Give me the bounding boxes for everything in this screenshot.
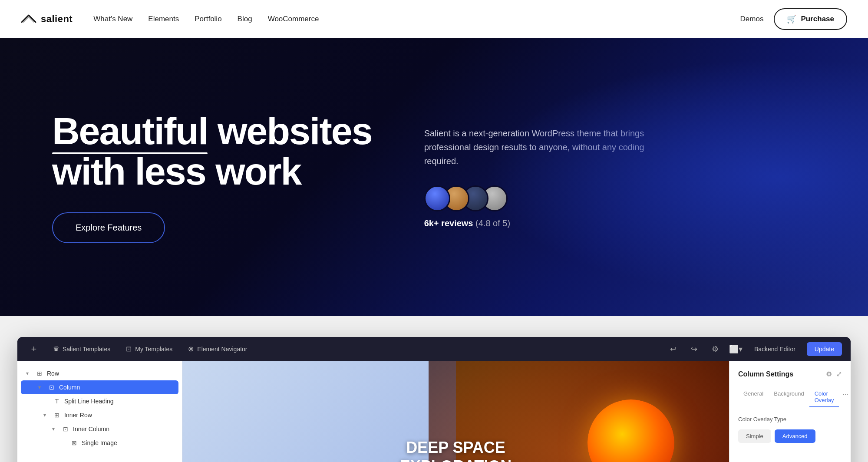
tree-item-inner-row[interactable]: ▾ ⊞ Inner Row bbox=[17, 408, 182, 422]
reviews-count: 6k+ reviews bbox=[424, 218, 473, 228]
purchase-label: Purchase bbox=[801, 15, 834, 23]
tree-item-inner-column[interactable]: ▾ ⊡ Inner Column bbox=[17, 422, 182, 436]
cart-icon: 🛒 bbox=[787, 14, 796, 24]
element-navigator-label: Element Navigator bbox=[197, 346, 247, 353]
nav-elements[interactable]: Elements bbox=[148, 15, 179, 23]
avatars-row bbox=[424, 185, 816, 211]
tree-icon-image: ⊠ bbox=[70, 439, 78, 446]
editor-window: + ♛ Salient Templates ⊡ My Templates ⊗ E… bbox=[17, 337, 851, 462]
toolbar-actions: ↩ ↪ ⚙ ⬜▾ Backend Editor Update bbox=[667, 342, 842, 356]
nav-blog[interactable]: Blog bbox=[238, 15, 252, 23]
explore-features-button[interactable]: Explore Features bbox=[52, 212, 165, 243]
tree-arrow-inner-column: ▾ bbox=[52, 426, 58, 432]
tree-icon-inner-column: ⊡ bbox=[62, 426, 69, 432]
undo-button[interactable]: ↩ bbox=[667, 342, 680, 356]
tree-arrow-column: ▾ bbox=[38, 384, 44, 390]
tree-label-inner-column: Inner Column bbox=[73, 426, 173, 432]
tree-item-row[interactable]: ▾ ⊞ Row bbox=[17, 366, 182, 380]
my-templates-icon: ⊡ bbox=[126, 345, 132, 353]
salient-templates-label: Salient Templates bbox=[63, 346, 110, 353]
navbar-left: salient What's New Elements Portfolio Bl… bbox=[21, 13, 319, 25]
demos-link[interactable]: Demos bbox=[740, 15, 764, 23]
settings-tab-general[interactable]: General bbox=[738, 387, 769, 407]
canvas-title: DEEP SPACE EXPLORATION bbox=[400, 438, 512, 462]
editor-canvas: DEEP SPACE EXPLORATION bbox=[182, 361, 729, 462]
nav-links: What's New Elements Portfolio Blog WooCo… bbox=[93, 15, 319, 23]
settings-tab-more[interactable]: ··· bbox=[839, 387, 851, 407]
tree-item-single-image[interactable]: ⊠ Single Image bbox=[17, 436, 182, 450]
hero-left: Beautiful websites with less work Explor… bbox=[52, 111, 372, 243]
settings-tab-color-overlay[interactable]: Color Overlay bbox=[809, 387, 839, 407]
hero-title-beautiful: Beautiful bbox=[52, 111, 208, 151]
editor-preview: + ♛ Salient Templates ⊡ My Templates ⊗ E… bbox=[0, 316, 868, 462]
tree-arrow-inner-row: ▾ bbox=[43, 412, 50, 418]
settings-section-title: Color Overlay Type bbox=[738, 416, 842, 422]
my-templates-label: My Templates bbox=[135, 346, 172, 353]
settings-button[interactable]: ⚙ bbox=[708, 342, 722, 356]
reviews-text: 6k+ reviews (4.8 of 5) bbox=[424, 218, 816, 228]
settings-gear-icon[interactable]: ⚙ bbox=[826, 370, 832, 378]
tree-label-column: Column bbox=[59, 384, 170, 391]
option-advanced[interactable]: Advanced bbox=[775, 429, 815, 443]
tree-icon-split: T bbox=[53, 398, 61, 405]
settings-title-text: Column Settings bbox=[738, 370, 793, 378]
settings-title-icons: ⚙ ⤢ bbox=[826, 370, 842, 378]
element-navigator-tab[interactable]: ⊗ Element Navigator bbox=[180, 341, 255, 356]
hero-title: Beautiful websites with less work bbox=[52, 111, 372, 191]
logo-icon bbox=[21, 13, 36, 25]
backend-editor-button[interactable]: Backend Editor bbox=[750, 343, 800, 355]
my-templates-tab[interactable]: ⊡ My Templates bbox=[118, 341, 180, 356]
settings-expand-icon[interactable]: ⤢ bbox=[836, 370, 842, 378]
navbar-right: Demos 🛒 Purchase bbox=[740, 8, 847, 30]
editor-toolbar: + ♛ Salient Templates ⊡ My Templates ⊗ E… bbox=[17, 337, 851, 361]
logo[interactable]: salient bbox=[21, 13, 73, 25]
tree-item-column[interactable]: ▾ ⊡ Column bbox=[21, 380, 178, 394]
tree-icon-column: ⊡ bbox=[48, 384, 56, 391]
hero-content: Beautiful websites with less work Explor… bbox=[52, 111, 816, 243]
salient-templates-icon: ♛ bbox=[53, 345, 59, 353]
reviews-score: (4.8 of 5) bbox=[473, 218, 511, 228]
update-button[interactable]: Update bbox=[807, 342, 842, 356]
redo-button[interactable]: ↪ bbox=[687, 342, 701, 356]
tree-arrow-row: ▾ bbox=[26, 370, 32, 376]
element-navigator-icon: ⊗ bbox=[188, 345, 194, 353]
tree-label-split: Split Line Heading bbox=[64, 398, 173, 405]
hero-right: Salient is a next-generation WordPress t… bbox=[424, 126, 816, 228]
hero-description: Salient is a next-generation WordPress t… bbox=[424, 126, 650, 168]
nav-whats-new[interactable]: What's New bbox=[93, 15, 132, 23]
settings-title-row: Column Settings ⚙ ⤢ bbox=[738, 370, 842, 378]
editor-settings-panel: Column Settings ⚙ ⤢ General Background C… bbox=[729, 361, 851, 462]
nav-woocommerce[interactable]: WooCommerce bbox=[268, 15, 319, 23]
logo-text: salient bbox=[41, 13, 73, 25]
nav-portfolio[interactable]: Portfolio bbox=[195, 15, 221, 23]
canvas-center-text: DEEP SPACE EXPLORATION bbox=[400, 438, 512, 462]
salient-templates-tab[interactable]: ♛ Salient Templates bbox=[45, 341, 118, 356]
editor-body: ▾ ⊞ Row ▾ ⊡ Column T Split Line Heading bbox=[17, 361, 851, 462]
tree-label-inner-row: Inner Row bbox=[64, 412, 173, 419]
settings-tab-background[interactable]: Background bbox=[769, 387, 809, 407]
settings-options: Simple Advanced bbox=[738, 429, 842, 443]
hero-section: Beautiful websites with less work Explor… bbox=[0, 38, 868, 316]
editor-sidebar: ▾ ⊞ Row ▾ ⊡ Column T Split Line Heading bbox=[17, 361, 182, 462]
canvas-image: DEEP SPACE EXPLORATION bbox=[182, 361, 729, 462]
tree-icon-inner-row: ⊞ bbox=[53, 412, 61, 419]
tree-item-split-line[interactable]: T Split Line Heading bbox=[17, 394, 182, 408]
option-simple[interactable]: Simple bbox=[738, 429, 771, 443]
tree-icon-row: ⊞ bbox=[36, 370, 43, 377]
responsive-button[interactable]: ⬜▾ bbox=[729, 342, 743, 356]
navbar: salient What's New Elements Portfolio Bl… bbox=[0, 0, 868, 38]
purchase-button[interactable]: 🛒 Purchase bbox=[774, 8, 847, 30]
settings-tabs: General Background Color Overlay ··· bbox=[738, 387, 842, 407]
add-element-button[interactable]: + bbox=[26, 341, 42, 357]
tree-label-image: Single Image bbox=[82, 439, 173, 446]
tree-label-row: Row bbox=[47, 370, 173, 377]
avatar-1 bbox=[424, 185, 450, 211]
